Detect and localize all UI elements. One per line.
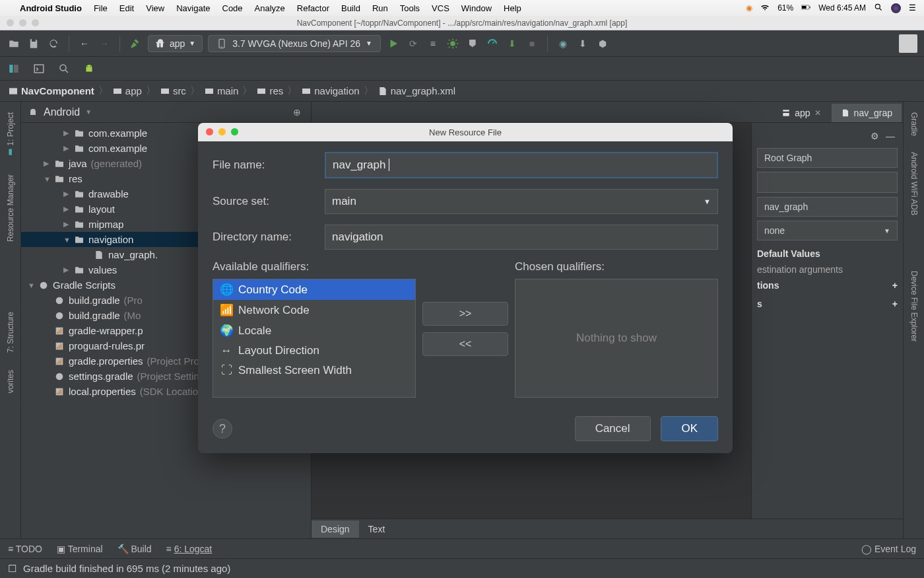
tab-navgraph[interactable]: nav_grap [832,104,902,122]
bot-todo[interactable]: ≡ TODO [8,544,42,554]
event-log[interactable]: ◯ Event Log [861,544,916,554]
gear-icon[interactable]: ⚙ [871,131,879,141]
sdk-icon[interactable]: ⬇ [576,36,590,51]
tab-text[interactable]: Text [359,521,395,538]
layout-inspector-icon[interactable]: ⬢ [595,36,610,51]
svg-rect-23 [60,328,61,334]
menu-window[interactable]: Window [461,3,492,13]
dialog-traffic-lights[interactable] [206,128,238,135]
bc-navigation[interactable]: navigation [301,85,359,96]
save-icon[interactable] [26,36,41,51]
bot-build[interactable]: 🔨 Build [117,544,152,554]
gutter-structure[interactable]: 7: Structure [6,307,15,358]
menu-view[interactable]: View [146,3,164,13]
profiler-icon[interactable] [485,36,500,51]
main-toolbar: ← → app ▼ 3.7 WVGA (Nexus One) API 26 ▼ … [0,30,924,57]
menu-navigate[interactable]: Navigate [176,3,210,13]
open-icon[interactable] [7,36,21,51]
dir-name-input[interactable]: navigation [325,225,718,250]
qualifier-item[interactable]: 📶Network Code [213,300,415,320]
run-config-dropdown[interactable]: app ▼ [148,35,203,52]
avatar[interactable] [899,34,917,53]
menu-analyze[interactable]: Analyze [255,3,285,13]
attr-field-1[interactable] [757,172,898,193]
menu-help[interactable]: Help [504,3,521,13]
gutter-devicefile[interactable]: Device File Explorer [909,266,919,347]
hammer-icon[interactable] [128,36,143,51]
attach-debugger-icon[interactable]: ⬇ [505,36,519,51]
coverage-icon[interactable]: ⛊ [465,36,480,51]
project-tool-icon[interactable] [7,61,21,76]
bc-app[interactable]: app [112,85,142,96]
attributes-panel: ⚙ — Root Graph nav_graph none▼ Default V… [751,123,903,519]
sync-icon[interactable] [46,36,61,51]
bc-src[interactable]: src [160,85,186,96]
actions-section[interactable]: tions+ [757,276,898,295]
qualifier-item[interactable]: 🌍Locale [213,320,415,341]
add-qualifier-button[interactable]: >> [422,302,508,326]
qualifier-item[interactable]: ↔Layout Direction [213,341,415,361]
android-icon[interactable] [82,61,96,76]
target-icon[interactable]: ⊕ [290,105,304,120]
menu-icon[interactable]: ☰ [909,3,916,13]
avd-icon[interactable]: ◉ [556,36,570,51]
ok-button[interactable]: OK [661,416,718,441]
gutter-wifiadb[interactable]: Android WiFi ADB [909,147,919,221]
source-set-select[interactable]: main▼ [325,189,718,214]
menu-refactor[interactable]: Refactor [297,3,329,13]
cancel-button[interactable]: Cancel [575,416,651,441]
forward-icon[interactable]: → [97,36,112,51]
menu-code[interactable]: Code [222,3,243,13]
debug-icon[interactable] [446,36,460,51]
menu-tools[interactable]: Tools [400,3,420,13]
bc-main[interactable]: main [204,85,239,96]
minimize-icon[interactable]: — [886,131,895,141]
bot-terminal[interactable]: ▣ Terminal [57,544,103,554]
spotlight-icon[interactable] [874,3,883,14]
bc-file[interactable]: nav_graph.xml [378,85,455,96]
svg-rect-22 [59,330,60,333]
file-name-input[interactable]: nav_graph [325,152,718,178]
available-qualifiers-list[interactable]: 🌐Country Code📶Network Code🌍Locale↔Layout… [213,279,416,398]
qualifier-item[interactable]: ⛶Smallest Screen Width [213,361,415,380]
args-section[interactable]: s+ [757,295,898,313]
menu-vcs[interactable]: VCS [432,3,449,13]
search-icon[interactable] [57,61,71,76]
app-name[interactable]: Android Studio [20,3,82,13]
siri-icon[interactable] [891,3,901,13]
root-graph-field[interactable]: Root Graph [757,148,898,168]
bot-logcat[interactable]: ≡ 6: Logcat [166,544,213,554]
default-values-section[interactable]: Default Values [757,244,898,263]
gutter-project[interactable]: ▮ 1: Project [6,107,15,163]
project-view-selector[interactable]: Android ▼ ⊕ [21,102,311,123]
chosen-qualifiers-list[interactable]: Nothing to show [515,279,718,398]
cloud-icon[interactable]: ◉ [746,3,752,13]
wifi-icon[interactable] [760,3,770,14]
bc-project[interactable]: NavComponent [8,85,94,96]
device-dropdown[interactable]: 3.7 WVGA (Nexus One) API 26 ▼ [208,35,381,52]
start-dest-field[interactable]: none▼ [757,221,898,240]
run-icon[interactable] [386,36,401,51]
terminal-tool-icon[interactable] [32,61,46,76]
stop-icon[interactable]: ■ [525,36,539,51]
traffic-lights[interactable] [7,19,39,26]
tab-app[interactable]: app ✕ [772,104,830,122]
menu-file[interactable]: File [94,3,108,13]
clock[interactable]: Wed 6:45 AM [818,3,866,13]
gutter-gradle[interactable]: Gradle [909,107,919,141]
remove-qualifier-button[interactable]: << [422,332,508,356]
attr-id-field[interactable]: nav_graph [757,197,898,217]
tab-design[interactable]: Design [312,521,359,538]
menu-edit[interactable]: Edit [119,3,134,13]
gutter-resmgr[interactable]: Resource Manager [6,169,15,247]
bc-res[interactable]: res [256,85,283,96]
help-button[interactable]: ? [213,419,232,439]
gutter-favorites[interactable]: vorites [6,365,15,398]
menu-build[interactable]: Build [341,3,360,13]
debug-flow-icon[interactable]: ≡ [426,36,440,51]
qualifier-item[interactable]: 🌐Country Code [213,279,415,300]
close-icon[interactable]: ✕ [814,108,821,118]
menu-run[interactable]: Run [372,3,388,13]
back-icon[interactable]: ← [77,36,92,51]
apply-changes-icon[interactable]: ⟳ [406,36,420,51]
